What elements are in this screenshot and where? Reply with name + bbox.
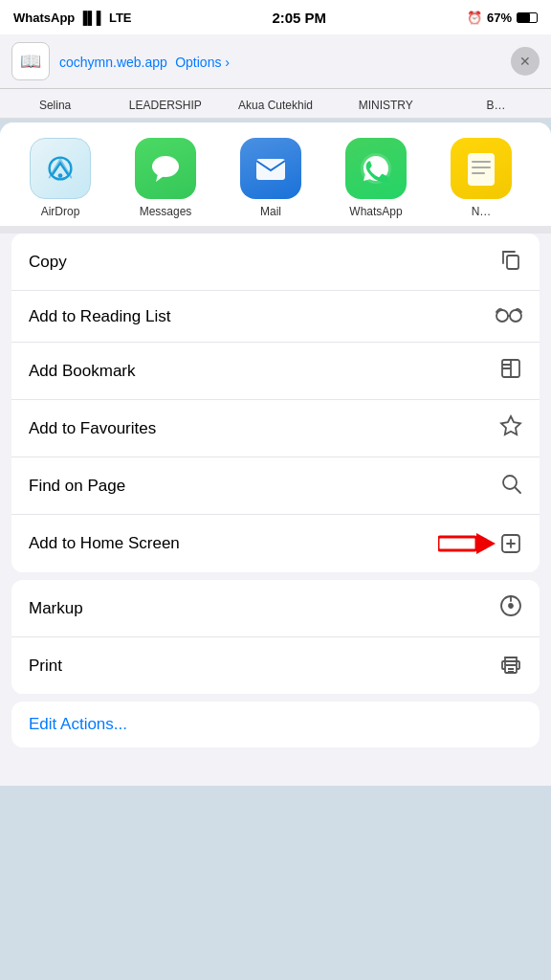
- whatsapp-icon: [345, 138, 407, 199]
- notes-label: N…: [472, 205, 492, 218]
- tab-selina[interactable]: Selina: [0, 95, 110, 118]
- find-page-item[interactable]: Find on Page: [11, 457, 540, 515]
- home-screen-label: Add to Home Screen: [29, 534, 180, 553]
- copy-item[interactable]: Copy: [11, 234, 540, 291]
- svg-rect-7: [472, 161, 491, 163]
- edit-actions-button[interactable]: Edit Actions...: [11, 702, 540, 747]
- app-messages[interactable]: Messages: [113, 138, 218, 218]
- svg-rect-10: [507, 256, 518, 269]
- svg-point-12: [510, 310, 521, 322]
- airdrop-icon: [30, 138, 91, 199]
- menu-section-1: Copy Add to Reading List: [11, 234, 540, 572]
- close-button[interactable]: ✕: [511, 47, 540, 76]
- svg-point-24: [509, 604, 513, 608]
- status-left: WhatsApp ▐▌▌ LTE: [13, 11, 132, 25]
- svg-rect-18: [438, 537, 476, 550]
- svg-rect-9: [472, 172, 485, 174]
- star-icon: [499, 414, 522, 442]
- tab-more[interactable]: B…: [441, 95, 551, 118]
- menu-section-2: Markup Print: [11, 580, 540, 694]
- bookmark-item[interactable]: Add Bookmark: [11, 343, 540, 400]
- markup-item[interactable]: Markup: [11, 580, 540, 637]
- home-screen-item[interactable]: Add to Home Screen: [11, 515, 540, 572]
- browser-url[interactable]: cochymn.web.app Options ›: [59, 54, 501, 70]
- notes-icon: [451, 138, 512, 199]
- reading-list-label: Add to Reading List: [29, 307, 170, 326]
- options-link[interactable]: Options ›: [175, 55, 230, 70]
- printer-icon: [499, 652, 522, 679]
- markup-label: Markup: [29, 599, 83, 618]
- svg-rect-6: [468, 153, 495, 186]
- book-icon: [499, 357, 522, 385]
- favourites-item[interactable]: Add to Favourites: [11, 400, 540, 457]
- favourites-label: Add to Favourites: [29, 419, 156, 438]
- whatsapp-label: WhatsApp: [349, 205, 402, 218]
- bottom-spacer: [0, 767, 551, 786]
- time-display: 2:05 PM: [272, 10, 326, 26]
- svg-marker-19: [476, 533, 496, 554]
- compass-icon: [499, 594, 522, 622]
- network-label: LTE: [109, 11, 132, 25]
- apps-row: AirDrop Messages Mail: [0, 122, 551, 226]
- app-mail[interactable]: Mail: [218, 138, 323, 218]
- battery-icon: [517, 12, 538, 23]
- svg-point-11: [496, 310, 508, 322]
- messages-icon: [135, 138, 196, 199]
- signal-icon: ▐▌▌: [78, 11, 105, 25]
- copy-label: Copy: [29, 253, 67, 272]
- status-right: ⏰ 67%: [467, 11, 538, 25]
- svg-rect-8: [472, 167, 491, 168]
- carrier-label: WhatsApp: [13, 11, 75, 25]
- tab-ministry[interactable]: MINISTRY: [331, 95, 441, 118]
- find-page-label: Find on Page: [29, 477, 125, 496]
- app-notes[interactable]: N…: [429, 138, 534, 218]
- url-text: cochymn.web.app: [59, 55, 167, 70]
- svg-marker-15: [501, 416, 520, 434]
- divider-1: [0, 226, 551, 234]
- app-whatsapp[interactable]: WhatsApp: [323, 138, 429, 218]
- battery-percent: 67%: [487, 11, 512, 25]
- search-icon: [499, 472, 522, 500]
- svg-point-1: [58, 173, 63, 178]
- print-item[interactable]: Print: [11, 637, 540, 694]
- tabs-row: Selina LEADERSHIP Akua Cutekhid MINISTRY…: [0, 89, 551, 119]
- app-airdrop[interactable]: AirDrop: [8, 138, 113, 218]
- red-arrow-icon: [438, 529, 496, 558]
- tab-akua[interactable]: Akua Cutekhid: [220, 95, 330, 118]
- svg-point-2: [152, 156, 179, 177]
- mail-label: Mail: [260, 205, 281, 218]
- airdrop-label: AirDrop: [41, 205, 80, 218]
- mail-icon: [240, 138, 301, 199]
- reading-list-item[interactable]: Add to Reading List: [11, 291, 540, 343]
- site-icon: 📖: [11, 42, 50, 80]
- tab-leadership[interactable]: LEADERSHIP: [110, 95, 220, 118]
- bookmark-label: Add Bookmark: [29, 362, 136, 381]
- share-sheet: AirDrop Messages Mail: [0, 122, 551, 786]
- plus-square-icon: [499, 532, 522, 555]
- svg-line-17: [516, 488, 521, 494]
- status-bar: WhatsApp ▐▌▌ LTE 2:05 PM ⏰ 67%: [0, 0, 551, 34]
- print-label: Print: [29, 657, 62, 676]
- messages-label: Messages: [140, 205, 192, 218]
- home-screen-icons: [438, 529, 522, 558]
- browser-bar: 📖 cochymn.web.app Options › ✕: [0, 34, 551, 89]
- alarm-icon: ⏰: [467, 11, 482, 25]
- glasses-icon: [496, 305, 522, 327]
- copy-icon: [499, 248, 522, 276]
